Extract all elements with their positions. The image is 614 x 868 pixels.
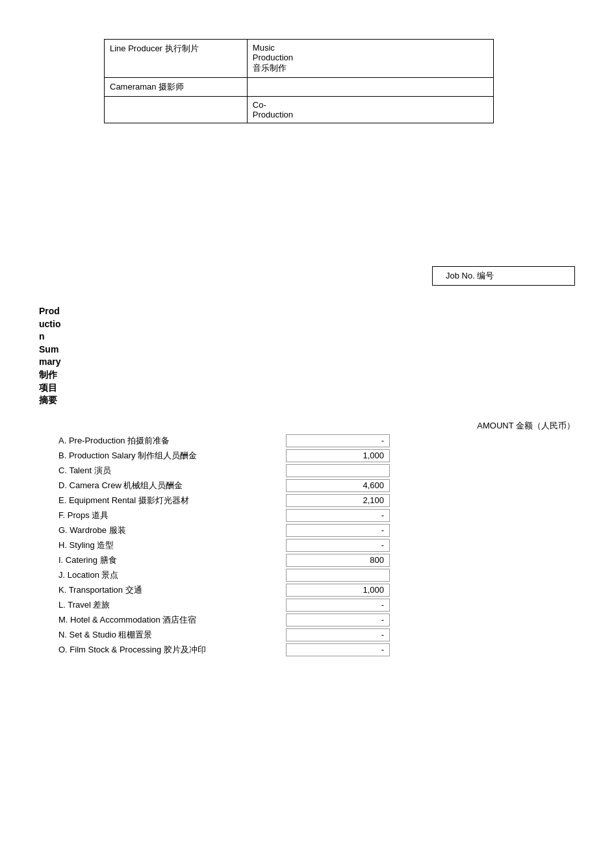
title-line1: Prod	[39, 306, 60, 316]
top-table: Line Producer 执行制片Music Production 音乐制作C…	[104, 39, 494, 123]
summary-item-amount: -	[286, 628, 390, 641]
summary-item-label: N. Set & Studio 租棚置景	[39, 629, 286, 641]
title-line5: mary	[39, 356, 60, 367]
title-line2: uctio	[39, 319, 60, 329]
summary-item-amount: 1,000	[286, 449, 390, 462]
summary-item-label: K. Transportation 交通	[39, 584, 286, 596]
summary-item-amount	[286, 569, 390, 582]
table-cell-right: Music Production 音乐制作	[247, 40, 493, 78]
table-row: Co- Production	[105, 97, 494, 123]
table-cell-right	[247, 78, 493, 97]
summary-item-amount	[286, 464, 390, 477]
summary-item-amount: 800	[286, 554, 390, 567]
summary-item-label: E. Equipment Rental 摄影灯光器材	[39, 495, 286, 506]
summary-item-amount: 4,600	[286, 479, 390, 492]
list-item: A. Pre-Production 拍摄前准备-	[39, 434, 575, 447]
summary-item-amount: -	[286, 434, 390, 447]
summary-item-label: B. Production Salary 制作组人员酬金	[39, 450, 286, 462]
title-line4: Sum	[39, 344, 58, 354]
list-item: N. Set & Studio 租棚置景-	[39, 628, 575, 641]
summary-item-label: O. Film Stock & Processing 胶片及冲印	[39, 644, 286, 656]
table-cell-left: Cameraman 摄影师	[105, 78, 248, 97]
summary-rows: A. Pre-Production 拍摄前准备-B. Production Sa…	[39, 434, 575, 656]
table-cell-left	[105, 97, 248, 123]
summary-item-amount: -	[286, 539, 390, 552]
list-item: L. Travel 差旅-	[39, 599, 575, 612]
summary-item-label: J. Location 景点	[39, 569, 286, 581]
title-line8: 摘要	[39, 395, 57, 405]
table-row: Line Producer 执行制片Music Production 音乐制作	[105, 40, 494, 78]
job-no-box: Job No. 编号	[432, 266, 575, 286]
job-no-label: Job No. 编号	[446, 271, 494, 280]
list-item: K. Transportation 交通1,000	[39, 584, 575, 597]
production-summary-title: Prod uctio n Sum mary 制作 项目 摘要	[39, 305, 91, 407]
summary-item-amount: 1,000	[286, 584, 390, 597]
table-cell-left: Line Producer 执行制片	[105, 40, 248, 78]
list-item: M. Hotel & Accommodation 酒店住宿-	[39, 614, 575, 626]
summary-item-amount: -	[286, 599, 390, 612]
list-item: F. Props 道具-	[39, 509, 575, 522]
summary-item-label: F. Props 道具	[39, 510, 286, 521]
summary-item-label: L. Travel 差旅	[39, 599, 286, 611]
title-line7: 项目	[39, 382, 57, 393]
title-line6: 制作	[39, 369, 57, 380]
summary-item-amount: -	[286, 614, 390, 626]
table-row: Cameraman 摄影师	[105, 78, 494, 97]
summary-item-amount: -	[286, 509, 390, 522]
summary-item-amount: -	[286, 524, 390, 537]
list-item: I. Catering 膳食800	[39, 554, 575, 567]
list-item: J. Location 景点	[39, 569, 575, 582]
summary-item-label: G. Wardrobe 服装	[39, 525, 286, 536]
title-line3: n	[39, 331, 45, 341]
list-item: B. Production Salary 制作组人员酬金1,000	[39, 449, 575, 462]
summary-item-label: D. Camera Crew 机械组人员酬金	[39, 480, 286, 491]
table-cell-right: Co- Production	[247, 97, 493, 123]
job-no-section: Job No. 编号	[39, 266, 575, 286]
list-item: C. Talent 演员	[39, 464, 575, 477]
summary-item-label: C. Talent 演员	[39, 465, 286, 477]
summary-item-label: I. Catering 膳食	[39, 554, 286, 566]
summary-item-amount: -	[286, 643, 390, 656]
summary-item-label: H. Styling 造型	[39, 539, 286, 551]
summary-item-label: A. Pre-Production 拍摄前准备	[39, 435, 286, 447]
list-item: E. Equipment Rental 摄影灯光器材2,100	[39, 494, 575, 507]
list-item: O. Film Stock & Processing 胶片及冲印-	[39, 643, 575, 656]
summary-item-label: M. Hotel & Accommodation 酒店住宿	[39, 614, 286, 626]
amount-header: AMOUNT 金额（人民币）	[299, 420, 575, 432]
summary-item-amount: 2,100	[286, 494, 390, 507]
list-item: H. Styling 造型-	[39, 539, 575, 552]
list-item: D. Camera Crew 机械组人员酬金4,600	[39, 479, 575, 492]
list-item: G. Wardrobe 服装-	[39, 524, 575, 537]
